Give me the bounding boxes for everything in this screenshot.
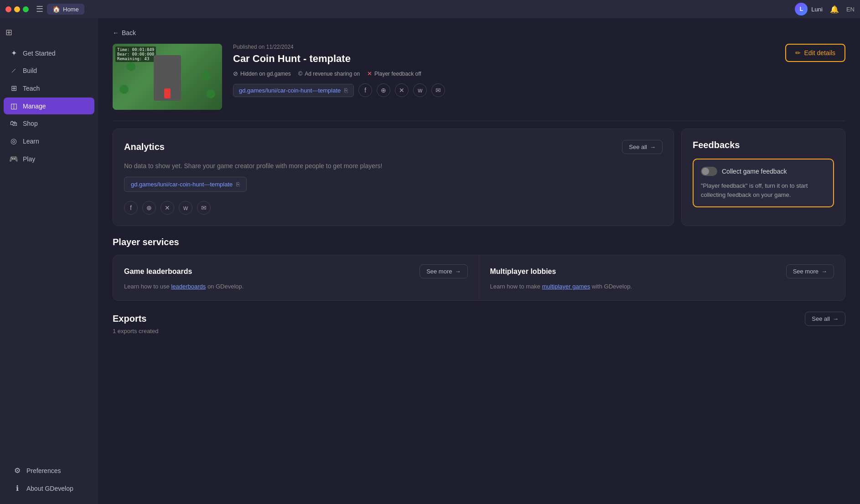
- feedbacks-title: Feedbacks: [693, 140, 740, 150]
- badge-hidden: ⊘ Hidden on gd.games: [233, 70, 291, 77]
- sidebar-item-label: Get Started: [23, 50, 56, 57]
- arrow-right-icon: →: [650, 144, 656, 150]
- analytics-email-icon[interactable]: ✉: [197, 201, 211, 215]
- game-info-right: ✏ Edit details: [785, 44, 845, 62]
- sidebar-item-play[interactable]: 🎮 Play: [4, 150, 94, 167]
- sidebar-top: ⊞: [0, 22, 98, 43]
- feedbacks-header: Feedbacks: [693, 140, 834, 150]
- analytics-header: Analytics See all →: [124, 140, 663, 154]
- player-services-section: Player services Game leaderboards See mo…: [98, 237, 860, 312]
- grid-icon[interactable]: ⊞: [4, 26, 14, 39]
- copy-link-icon[interactable]: ⎘: [344, 87, 348, 94]
- multiplayer-title: Multiplayer lobbies: [490, 267, 556, 276]
- whatsapp-icon[interactable]: w: [413, 83, 427, 97]
- build-icon: ⟋: [9, 67, 18, 75]
- reddit-icon[interactable]: ⊕: [377, 83, 390, 97]
- analytics-link-box[interactable]: gd.games/luni/car-coin-hunt---template ⎘: [124, 177, 247, 192]
- analytics-social-icons: f ⊕ ✕ w ✉: [124, 201, 663, 215]
- thumbnail-inner: Time: 00:01:849Bear: 00:00:000Remaining:…: [113, 44, 222, 110]
- analytics-reddit-icon[interactable]: ⊕: [142, 201, 156, 215]
- maximize-button[interactable]: [23, 6, 29, 12]
- close-button[interactable]: [5, 6, 11, 12]
- analytics-whatsapp-icon[interactable]: w: [179, 201, 192, 215]
- see-all-exports-button[interactable]: See all →: [805, 312, 845, 326]
- home-tab[interactable]: 🏠 Home: [47, 4, 84, 15]
- about-label: About GDevelop: [26, 485, 73, 492]
- see-more-leaderboards-button[interactable]: See more →: [420, 264, 467, 278]
- sidebar-item-get-started[interactable]: ✦ Get Started: [4, 45, 94, 62]
- copy-analytics-link-icon[interactable]: ⎘: [236, 181, 240, 188]
- notification-icon[interactable]: 🔔: [830, 5, 839, 14]
- services-grid: Game leaderboards See more → Learn how t…: [113, 255, 845, 301]
- back-button[interactable]: ← Back: [113, 29, 136, 36]
- user-name-label: Luni: [811, 6, 823, 13]
- sidebar-item-about[interactable]: ℹ About GDevelop: [7, 480, 91, 497]
- feedback-off-icon: ✕: [367, 70, 372, 77]
- feedback-card: Collect game feedback "Player feedback" …: [693, 159, 834, 207]
- sidebar-bottom: ⚙ Preferences ℹ About GDevelop: [0, 458, 98, 500]
- back-arrow-icon: ←: [113, 29, 119, 36]
- edit-icon: ✏: [795, 49, 801, 57]
- ad-icon: ©: [298, 70, 303, 77]
- toggle-knob: [702, 168, 709, 175]
- analytics-link-text: gd.games/luni/car-coin-hunt---template: [131, 181, 233, 188]
- twitter-icon[interactable]: ✕: [395, 83, 409, 97]
- game-info-section: Time: 00:01:849Bear: 00:00:000Remaining:…: [98, 44, 860, 121]
- about-icon: ℹ: [13, 484, 22, 493]
- game-hud: Time: 00:01:849Bear: 00:00:000Remaining:…: [115, 46, 156, 62]
- language-selector[interactable]: EN: [846, 6, 855, 13]
- game-tree-2: [202, 71, 211, 80]
- feedback-toggle-row: Collect game feedback: [701, 167, 826, 176]
- analytics-title: Analytics: [124, 142, 165, 152]
- facebook-icon[interactable]: f: [358, 83, 372, 97]
- game-badges: ⊘ Hidden on gd.games © Ad revenue sharin…: [233, 70, 774, 77]
- sidebar-item-teach[interactable]: ⊞ Teach: [4, 80, 94, 97]
- analytics-twitter-icon[interactable]: ✕: [161, 201, 174, 215]
- game-tree-4: [206, 89, 215, 98]
- home-tab-label: Home: [63, 6, 79, 13]
- sidebar-nav: ✦ Get Started ⟋ Build ⊞ Teach ◫ Manage 🛍…: [0, 43, 98, 458]
- user-area[interactable]: L Luni: [795, 3, 823, 15]
- feedbacks-section: Feedbacks Collect game feedback "Player …: [681, 129, 845, 226]
- game-link-box[interactable]: gd.games/luni/car-coin-hunt---template ⎘: [233, 84, 354, 97]
- play-icon: 🎮: [9, 154, 18, 163]
- sidebar-item-preferences[interactable]: ⚙ Preferences: [7, 462, 91, 479]
- see-more-multiplayer-button[interactable]: See more →: [786, 264, 834, 278]
- shop-icon: 🛍: [9, 119, 18, 128]
- sidebar-item-manage[interactable]: ◫ Manage: [4, 98, 94, 114]
- sidebar-item-build[interactable]: ⟋ Build: [4, 62, 94, 79]
- hidden-icon: ⊘: [233, 70, 238, 77]
- sidebar-item-shop[interactable]: 🛍 Shop: [4, 115, 94, 132]
- game-tree-3: [119, 85, 129, 94]
- game-link-row: gd.games/luni/car-coin-hunt---template ⎘…: [233, 83, 774, 97]
- leaderboards-desc: Learn how to use leaderboards on GDevelo…: [124, 282, 468, 291]
- learn-icon: ◎: [9, 137, 18, 145]
- sidebar-item-label: Manage: [23, 103, 46, 110]
- edit-details-button[interactable]: ✏ Edit details: [785, 44, 845, 62]
- multiplayer-link[interactable]: multiplayer games: [542, 283, 591, 290]
- multiplayer-card-header: Multiplayer lobbies See more →: [490, 264, 834, 278]
- divider-1: [113, 121, 845, 121]
- sidebar-item-label: Learn: [23, 138, 39, 145]
- sidebar-item-label: Play: [23, 155, 35, 163]
- sidebar-item-learn[interactable]: ◎ Learn: [4, 133, 94, 149]
- see-all-analytics-button[interactable]: See all →: [622, 140, 663, 154]
- arrow-right-icon-mp: →: [821, 268, 827, 275]
- feedback-toggle-label: Collect game feedback: [722, 168, 787, 175]
- game-info-details: Published on 11/22/2024 Car Coin Hunt - …: [233, 44, 774, 97]
- sidebar-item-label: Shop: [23, 120, 38, 127]
- exports-title: Exports: [113, 314, 146, 324]
- app-layout: ⊞ ✦ Get Started ⟋ Build ⊞ Teach ◫ Manage…: [0, 18, 860, 504]
- analytics-facebook-icon[interactable]: f: [124, 201, 138, 215]
- minimize-button[interactable]: [14, 6, 20, 12]
- analytics-section: Analytics See all → No data to show yet.…: [113, 129, 674, 226]
- leaderboards-title: Game leaderboards: [124, 267, 192, 276]
- email-icon[interactable]: ✉: [431, 83, 445, 97]
- collect-feedback-toggle[interactable]: [701, 167, 717, 176]
- hamburger-icon[interactable]: ☰: [36, 4, 43, 14]
- title-bar-right: L Luni 🔔 EN: [795, 3, 855, 15]
- multiplayer-card: Multiplayer lobbies See more → Learn how…: [479, 255, 845, 300]
- game-tree-1: [126, 62, 135, 71]
- leaderboards-link[interactable]: leaderboards: [171, 283, 206, 290]
- feedback-description: "Player feedback" is off, turn it on to …: [701, 181, 826, 199]
